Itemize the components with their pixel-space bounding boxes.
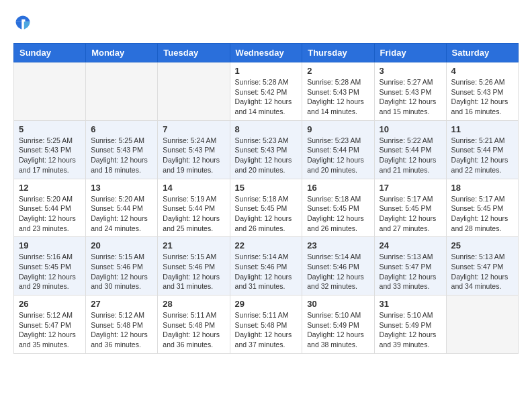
day-number: 1 — [235, 66, 298, 76]
day-number: 31 — [380, 299, 441, 309]
calendar-week-row: 19Sunrise: 5:16 AM Sunset: 5:45 PM Dayli… — [14, 237, 519, 295]
day-number: 29 — [235, 299, 298, 309]
day-info: Sunrise: 5:21 AM Sunset: 5:44 PM Dayligh… — [451, 136, 513, 175]
calendar-day-cell: 29Sunrise: 5:11 AM Sunset: 5:48 PM Dayli… — [230, 295, 302, 354]
day-number: 18 — [451, 183, 513, 193]
day-number: 14 — [163, 183, 224, 193]
day-info: Sunrise: 5:12 AM Sunset: 5:48 PM Dayligh… — [91, 310, 152, 350]
logo-icon — [13, 13, 32, 32]
calendar-day-cell: 3Sunrise: 5:27 AM Sunset: 5:43 PM Daylig… — [374, 62, 446, 121]
calendar-day-cell: 2Sunrise: 5:28 AM Sunset: 5:43 PM Daylig… — [302, 62, 374, 121]
day-info: Sunrise: 5:15 AM Sunset: 5:46 PM Dayligh… — [91, 252, 152, 291]
day-info: Sunrise: 5:25 AM Sunset: 5:43 PM Dayligh… — [91, 136, 152, 175]
calendar-day-cell — [86, 62, 158, 121]
day-number: 24 — [380, 240, 441, 250]
day-header: Thursday — [302, 44, 374, 62]
day-info: Sunrise: 5:14 AM Sunset: 5:46 PM Dayligh… — [307, 252, 369, 291]
day-number: 17 — [380, 183, 441, 193]
day-number: 4 — [451, 66, 513, 76]
calendar-day-cell: 8Sunrise: 5:23 AM Sunset: 5:43 PM Daylig… — [230, 120, 302, 179]
day-info: Sunrise: 5:20 AM Sunset: 5:44 PM Dayligh… — [19, 194, 81, 234]
day-number: 6 — [91, 124, 152, 134]
day-number: 26 — [19, 299, 81, 309]
day-number: 20 — [91, 240, 152, 250]
day-number: 12 — [19, 183, 81, 193]
calendar-week-row: 12Sunrise: 5:20 AM Sunset: 5:44 PM Dayli… — [14, 179, 519, 237]
day-info: Sunrise: 5:19 AM Sunset: 5:44 PM Dayligh… — [163, 194, 224, 234]
day-number: 25 — [451, 240, 513, 250]
day-number: 13 — [91, 183, 152, 193]
calendar-day-cell: 6Sunrise: 5:25 AM Sunset: 5:43 PM Daylig… — [86, 120, 158, 179]
calendar-table: SundayMondayTuesdayWednesdayThursdayFrid… — [13, 43, 519, 354]
day-number: 5 — [19, 124, 81, 134]
day-number: 22 — [235, 240, 298, 250]
day-number: 9 — [307, 124, 369, 134]
day-number: 11 — [451, 124, 513, 134]
day-header: Wednesday — [230, 44, 302, 62]
day-info: Sunrise: 5:23 AM Sunset: 5:43 PM Dayligh… — [235, 136, 298, 175]
day-number: 7 — [163, 124, 224, 134]
calendar-day-cell: 11Sunrise: 5:21 AM Sunset: 5:44 PM Dayli… — [446, 120, 518, 179]
day-header: Monday — [86, 44, 158, 62]
day-info: Sunrise: 5:28 AM Sunset: 5:43 PM Dayligh… — [307, 77, 369, 117]
calendar-day-cell: 7Sunrise: 5:24 AM Sunset: 5:43 PM Daylig… — [158, 120, 230, 179]
calendar-day-cell: 28Sunrise: 5:11 AM Sunset: 5:48 PM Dayli… — [158, 295, 230, 354]
day-info: Sunrise: 5:15 AM Sunset: 5:46 PM Dayligh… — [163, 252, 224, 291]
day-header: Sunday — [14, 44, 86, 62]
day-info: Sunrise: 5:23 AM Sunset: 5:44 PM Dayligh… — [307, 136, 369, 175]
calendar-day-cell: 12Sunrise: 5:20 AM Sunset: 5:44 PM Dayli… — [14, 179, 86, 237]
day-info: Sunrise: 5:22 AM Sunset: 5:44 PM Dayligh… — [380, 136, 441, 175]
day-info: Sunrise: 5:12 AM Sunset: 5:47 PM Dayligh… — [19, 310, 81, 350]
page-header — [13, 13, 519, 32]
day-info: Sunrise: 5:28 AM Sunset: 5:42 PM Dayligh… — [235, 77, 298, 117]
calendar-day-cell: 25Sunrise: 5:13 AM Sunset: 5:47 PM Dayli… — [446, 237, 518, 295]
day-number: 23 — [307, 240, 369, 250]
day-number: 3 — [380, 66, 441, 76]
day-info: Sunrise: 5:27 AM Sunset: 5:43 PM Dayligh… — [380, 77, 441, 117]
day-info: Sunrise: 5:10 AM Sunset: 5:49 PM Dayligh… — [307, 310, 369, 350]
calendar-day-cell: 23Sunrise: 5:14 AM Sunset: 5:46 PM Dayli… — [302, 237, 374, 295]
day-info: Sunrise: 5:20 AM Sunset: 5:44 PM Dayligh… — [91, 194, 152, 234]
day-info: Sunrise: 5:16 AM Sunset: 5:45 PM Dayligh… — [19, 252, 81, 291]
calendar-day-cell: 14Sunrise: 5:19 AM Sunset: 5:44 PM Dayli… — [158, 179, 230, 237]
calendar-day-cell: 26Sunrise: 5:12 AM Sunset: 5:47 PM Dayli… — [14, 295, 86, 354]
day-info: Sunrise: 5:10 AM Sunset: 5:49 PM Dayligh… — [380, 310, 441, 350]
calendar-day-cell: 31Sunrise: 5:10 AM Sunset: 5:49 PM Dayli… — [374, 295, 446, 354]
calendar-day-cell: 19Sunrise: 5:16 AM Sunset: 5:45 PM Dayli… — [14, 237, 86, 295]
day-info: Sunrise: 5:18 AM Sunset: 5:45 PM Dayligh… — [235, 194, 298, 234]
day-info: Sunrise: 5:11 AM Sunset: 5:48 PM Dayligh… — [235, 310, 298, 350]
day-info: Sunrise: 5:11 AM Sunset: 5:48 PM Dayligh… — [163, 310, 224, 350]
day-info: Sunrise: 5:13 AM Sunset: 5:47 PM Dayligh… — [451, 252, 513, 291]
calendar-day-cell: 15Sunrise: 5:18 AM Sunset: 5:45 PM Dayli… — [230, 179, 302, 237]
calendar-day-cell — [446, 295, 518, 354]
day-info: Sunrise: 5:25 AM Sunset: 5:43 PM Dayligh… — [19, 136, 81, 175]
calendar-day-cell: 13Sunrise: 5:20 AM Sunset: 5:44 PM Dayli… — [86, 179, 158, 237]
day-info: Sunrise: 5:14 AM Sunset: 5:46 PM Dayligh… — [235, 252, 298, 291]
calendar-day-cell: 18Sunrise: 5:17 AM Sunset: 5:45 PM Dayli… — [446, 179, 518, 237]
day-number: 21 — [163, 240, 224, 250]
day-number: 16 — [307, 183, 369, 193]
day-info: Sunrise: 5:17 AM Sunset: 5:45 PM Dayligh… — [380, 194, 441, 234]
calendar-day-cell: 10Sunrise: 5:22 AM Sunset: 5:44 PM Dayli… — [374, 120, 446, 179]
calendar-day-cell: 20Sunrise: 5:15 AM Sunset: 5:46 PM Dayli… — [86, 237, 158, 295]
day-number: 30 — [307, 299, 369, 309]
day-number: 10 — [380, 124, 441, 134]
logo — [13, 13, 35, 32]
calendar-header-row: SundayMondayTuesdayWednesdayThursdayFrid… — [14, 44, 519, 62]
day-header: Saturday — [446, 44, 518, 62]
day-number: 28 — [163, 299, 224, 309]
day-header: Tuesday — [158, 44, 230, 62]
day-number: 8 — [235, 124, 298, 134]
calendar-week-row: 5Sunrise: 5:25 AM Sunset: 5:43 PM Daylig… — [14, 120, 519, 179]
day-number: 27 — [91, 299, 152, 309]
day-info: Sunrise: 5:13 AM Sunset: 5:47 PM Dayligh… — [380, 252, 441, 291]
calendar-day-cell: 4Sunrise: 5:26 AM Sunset: 5:43 PM Daylig… — [446, 62, 518, 121]
calendar-day-cell: 27Sunrise: 5:12 AM Sunset: 5:48 PM Dayli… — [86, 295, 158, 354]
calendar-day-cell: 5Sunrise: 5:25 AM Sunset: 5:43 PM Daylig… — [14, 120, 86, 179]
calendar-day-cell: 16Sunrise: 5:18 AM Sunset: 5:45 PM Dayli… — [302, 179, 374, 237]
calendar-day-cell — [158, 62, 230, 121]
day-info: Sunrise: 5:26 AM Sunset: 5:43 PM Dayligh… — [451, 77, 513, 117]
calendar-week-row: 1Sunrise: 5:28 AM Sunset: 5:42 PM Daylig… — [14, 62, 519, 121]
calendar-day-cell: 22Sunrise: 5:14 AM Sunset: 5:46 PM Dayli… — [230, 237, 302, 295]
day-number: 19 — [19, 240, 81, 250]
